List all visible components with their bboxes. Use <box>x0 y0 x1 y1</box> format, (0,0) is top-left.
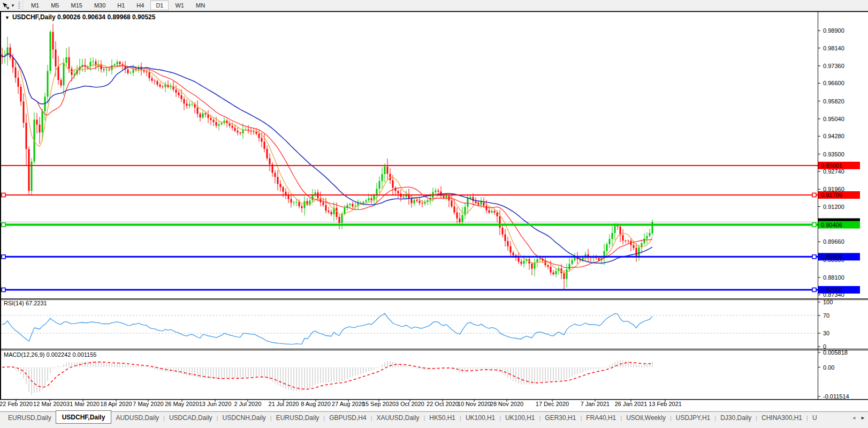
chart-tab-audusd-daily[interactable]: AUDUSD,Daily <box>111 412 163 423</box>
chart-symbol-timeframe: USDCHF,Daily <box>12 13 56 21</box>
chart-tab-xauusd-daily[interactable]: XAUUSD,Daily <box>372 412 423 423</box>
chart-tab-overflow[interactable]: U <box>808 412 821 423</box>
svg-text:0.89006: 0.89006 <box>821 253 842 260</box>
price-tick-label: 0.95040 <box>823 116 844 122</box>
date-label: 31 Mar 2020 <box>66 401 100 407</box>
chart-tab-ger30-h1[interactable]: GER30,H1 <box>540 412 580 423</box>
date-label: 15 Sep 2020 <box>362 401 395 407</box>
svg-text:0.91709: 0.91709 <box>821 192 842 198</box>
chart-tab-usdcad-daily[interactable]: USDCAD,Daily <box>165 412 217 423</box>
date-label: 18 Apr 2020 <box>100 401 132 407</box>
macd-tick-label: 0.005818 <box>823 349 848 356</box>
chart-tabs: EURUSD,DailyUSDCHF,DailyAUDUSD,Daily|USD… <box>0 412 868 425</box>
date-label: 26 Jan 2021 <box>615 401 648 407</box>
date-label: 10 Nov 2020 <box>458 401 491 407</box>
rsi-indicator-label: RSI(14) 67.2231 <box>4 300 47 306</box>
chart-tab-eurusd-daily[interactable]: EURUSD,Daily <box>272 412 324 423</box>
chart-tab-fra40-h1[interactable]: FRA40,H1 <box>582 412 620 423</box>
price-tick-label: 0.95820 <box>823 98 844 104</box>
date-label: 7 Jan 2021 <box>581 401 610 407</box>
price-tick-label: 0.96600 <box>823 80 844 86</box>
macd-tick-label: 0.00 <box>823 364 834 371</box>
date-label: 22 Oct 2020 <box>427 401 459 407</box>
price-tick-label: 0.98140 <box>823 45 844 51</box>
macd-tick-label: -0.011514 <box>823 393 849 400</box>
date-label: 21 Jul 2020 <box>269 401 299 407</box>
chart-tab-uk100-h1[interactable]: UK100,H1 <box>461 412 499 423</box>
chart-tab-hk50-h1[interactable]: HK50,H1 <box>425 412 460 423</box>
price-line-badge: 0.87560 <box>818 286 860 294</box>
hline-marker[interactable] <box>812 193 816 197</box>
tab-scroll-left-button[interactable]: ◄ <box>851 415 856 421</box>
chart-ohlc-values: 0.90026 0.90634 0.89968 0.90525 <box>57 13 156 21</box>
chart-title: ▼USDCHF,Daily 0.90026 0.90634 0.89968 0.… <box>5 13 155 21</box>
hline-marker[interactable] <box>812 223 816 227</box>
chart-tab-usdjpy-h1[interactable]: USDJPY,H1 <box>672 412 714 423</box>
price-tick-label: 0.94280 <box>823 133 844 139</box>
chart-dropdown-icon[interactable]: ▼ <box>5 15 10 20</box>
date-label: 27 Aug 2020 <box>332 401 365 407</box>
rsi-tick-label: 70 <box>823 312 829 319</box>
date-label: 13 Jun 2020 <box>199 401 232 407</box>
hline-marker[interactable] <box>812 255 816 259</box>
chart-tab-usdcnh-daily[interactable]: USDCNH,Daily <box>218 412 270 423</box>
chart-tab-dj30-daily[interactable]: DJ30,Daily <box>716 412 756 423</box>
rsi-tick-label: 30 <box>823 330 829 336</box>
date-label: 17 Dec 2020 <box>536 401 569 407</box>
svg-text:0.90406: 0.90406 <box>821 222 842 228</box>
svg-text:0.87560: 0.87560 <box>821 287 842 293</box>
svg-text:0.93001: 0.93001 <box>821 162 842 169</box>
chart-tab-china300-h1[interactable]: CHINA300,H1 <box>757 412 806 423</box>
price-tick-label: 0.91200 <box>823 204 844 210</box>
hline-marker[interactable] <box>812 288 816 291</box>
date-label: 7 May 2020 <box>133 401 163 407</box>
date-label: 8 Aug 2020 <box>301 401 331 407</box>
price-line-badge: 0.90406 <box>818 221 860 229</box>
price-tick-label: 0.97360 <box>823 63 844 69</box>
date-label: 3 Oct 2020 <box>395 401 424 407</box>
hline-marker[interactable] <box>2 223 5 227</box>
price-tick-label: 0.98900 <box>823 27 844 34</box>
hline-marker[interactable] <box>2 255 5 259</box>
date-label: 2 Jul 2020 <box>234 401 262 407</box>
chart-tab-uk100-h1[interactable]: UK100,H1 <box>501 412 539 423</box>
date-label: 13 Feb 2021 <box>649 401 682 407</box>
price-line-badge: 0.89006 <box>818 253 860 260</box>
price-tick-label: 0.93500 <box>823 151 844 157</box>
chart-tab-gbpusd-h4[interactable]: GBPUSD,H4 <box>325 412 370 423</box>
date-label: 26 May 2020 <box>165 401 199 407</box>
chart-canvas[interactable]: 0.989000.981400.973600.966000.958200.950… <box>0 0 868 411</box>
date-label: 12 Mar 2020 <box>33 401 66 407</box>
price-tick-label: 0.88100 <box>823 274 844 281</box>
chart-tab-eurusd-daily[interactable]: EURUSD,Daily <box>4 412 56 423</box>
date-label: 28 Nov 2020 <box>490 401 523 407</box>
rsi-tick-label: 100 <box>823 299 833 305</box>
tab-scroll-right-button[interactable]: ► <box>861 415 865 421</box>
price-line-badge: 0.93001 <box>818 162 860 169</box>
price-tick-label: 0.89660 <box>823 238 844 245</box>
date-label: 22 Feb 2020 <box>0 401 33 407</box>
chart-tab-usoil-weekly[interactable]: USOil,Weekly <box>622 412 670 423</box>
macd-indicator-label: MACD(12,26,9) 0.002242 0.001155 <box>4 351 96 358</box>
chart-tab-bar: EURUSD,DailyUSDCHF,DailyAUDUSD,Daily|USD… <box>0 411 868 428</box>
hline-marker[interactable] <box>2 288 5 291</box>
terminal-window: { "toolbar": { "tool_icon": "crosshair-c… <box>0 0 868 428</box>
chart-tab-usdchf-daily[interactable]: USDCHF,Daily <box>56 410 112 424</box>
hline-marker[interactable] <box>2 193 5 197</box>
price-line-badge: 0.91709 <box>818 191 860 199</box>
